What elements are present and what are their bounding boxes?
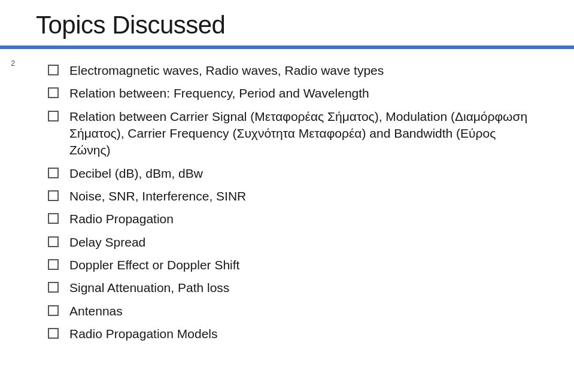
list-item: Radio Propagation Models xyxy=(48,326,538,342)
bullet-text: Radio Propagation xyxy=(69,211,538,227)
checkbox-icon xyxy=(48,305,59,316)
list-item: Noise, SNR, Interference, SINR xyxy=(48,188,538,205)
list-item: Doppler Effect or Doppler Shift xyxy=(48,257,538,274)
slide-container: Topics Discussed 2 Electromagnetic waves… xyxy=(0,0,574,392)
bullet-text: Doppler Effect or Doppler Shift xyxy=(69,257,538,274)
checkbox-icon xyxy=(48,259,59,270)
checkbox-icon xyxy=(48,236,59,247)
bullet-list: Electromagnetic waves, Radio waves, Radi… xyxy=(48,62,538,342)
bullet-text: Noise, SNR, Interference, SINR xyxy=(69,188,538,205)
bullet-text: Signal Attenuation, Path loss xyxy=(69,279,538,296)
checkbox-icon xyxy=(48,190,59,201)
checkbox-icon xyxy=(48,65,59,75)
bullet-text: Decibel (dB), dBm, dBw xyxy=(69,165,538,182)
checkbox-icon xyxy=(48,328,59,339)
list-item: Relation between: Frequency, Period and … xyxy=(48,85,538,102)
checkbox-icon xyxy=(48,87,59,98)
checkbox-icon xyxy=(48,168,59,178)
title-area: Topics Discussed xyxy=(0,0,574,45)
list-item: Electromagnetic waves, Radio waves, Radi… xyxy=(48,62,538,79)
list-item: Relation between Carrier Signal (Μεταφορ… xyxy=(48,108,538,159)
content-area: Electromagnetic waves, Radio waves, Radi… xyxy=(0,49,574,354)
list-item: Radio Propagation xyxy=(48,211,538,227)
checkbox-icon xyxy=(48,213,59,224)
slide-number: 2 xyxy=(11,59,15,68)
list-item: Signal Attenuation, Path loss xyxy=(48,279,538,296)
list-item: Antennas xyxy=(48,303,538,320)
bullet-text: Relation between: Frequency, Period and … xyxy=(69,85,538,102)
checkbox-icon xyxy=(48,111,59,121)
bullet-text: Antennas xyxy=(69,303,538,320)
list-item: Decibel (dB), dBm, dBw xyxy=(48,165,538,182)
bullet-text: Relation between Carrier Signal (Μεταφορ… xyxy=(69,108,538,159)
bullet-text: Electromagnetic waves, Radio waves, Radi… xyxy=(69,62,538,79)
checkbox-icon xyxy=(48,282,59,293)
bullet-text: Delay Spread xyxy=(69,234,538,251)
bullet-text: Radio Propagation Models xyxy=(69,326,538,342)
list-item: Delay Spread xyxy=(48,234,538,251)
slide-title: Topics Discussed xyxy=(36,11,538,39)
